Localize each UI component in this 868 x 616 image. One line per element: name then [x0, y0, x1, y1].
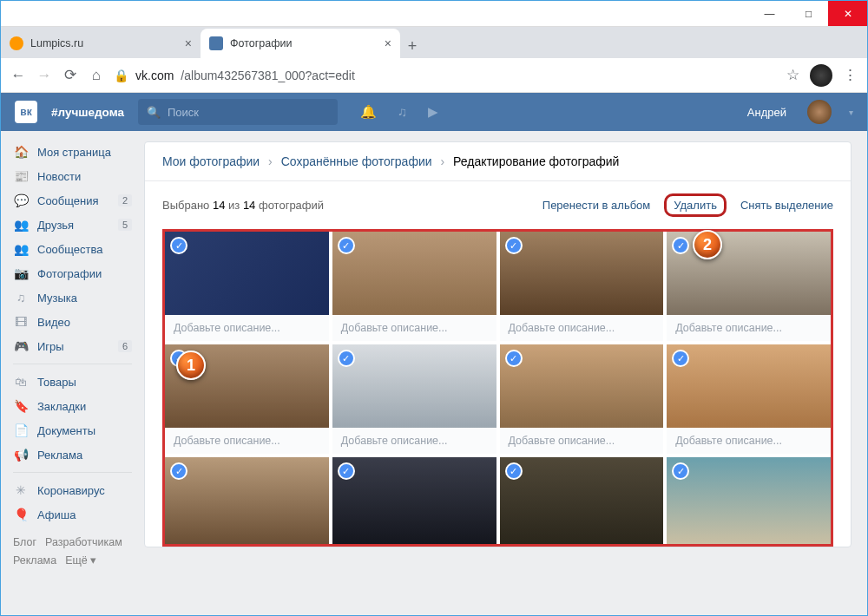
camera-icon: 📷: [13, 266, 29, 280]
sidebar-item-label: Моя страница: [37, 146, 111, 159]
breadcrumb: Мои фотографии › Сохранённые фотографии …: [145, 142, 851, 181]
photo-card[interactable]: ✓Добавьте описание...: [332, 232, 496, 341]
check-icon[interactable]: ✓: [505, 462, 523, 480]
sidebar-item-bookmarks[interactable]: 🔖Закладки: [6, 394, 139, 418]
vk-hashtag[interactable]: #лучшедома: [51, 106, 124, 119]
footer-link-more[interactable]: Ещё ▾: [65, 554, 96, 567]
description-input[interactable]: Добавьте описание...: [667, 428, 831, 454]
user-name[interactable]: Андрей: [747, 106, 786, 119]
check-icon[interactable]: ✓: [338, 237, 355, 254]
description-input[interactable]: Добавьте описание...: [667, 315, 831, 341]
sidebar-item-label: Афиша: [37, 508, 76, 521]
sidebar-item-games[interactable]: 🎮Игры6: [6, 334, 139, 358]
back-button[interactable]: ←: [10, 67, 27, 84]
main-content: Мои фотографии › Сохранённые фотографии …: [144, 131, 867, 615]
footer-link-blog[interactable]: Блог: [13, 536, 36, 548]
home-button[interactable]: ⌂: [88, 67, 105, 84]
check-icon[interactable]: ✓: [338, 350, 355, 367]
sidebar-item-friends[interactable]: 👥Друзья5: [6, 213, 139, 237]
description-input[interactable]: Добавьте описание...: [332, 315, 496, 341]
lock-icon: 🔒: [114, 69, 128, 82]
sidebar-item-label: Коронавирус: [37, 484, 105, 497]
description-input[interactable]: Добавьте описание...: [165, 428, 329, 454]
browser-tab[interactable]: Lumpics.ru ×: [1, 29, 201, 58]
bookmark-star-icon[interactable]: ☆: [784, 66, 801, 84]
sidebar-item-profile[interactable]: 🏠Моя страница: [6, 140, 139, 164]
check-icon[interactable]: ✓: [672, 237, 689, 254]
annotation-marker-2: 2: [693, 230, 722, 259]
photo-card[interactable]: ✓: [500, 457, 664, 544]
description-input[interactable]: Добавьте описание...: [165, 315, 329, 341]
sidebar-item-label: Видео: [37, 316, 70, 329]
window-minimize-button[interactable]: —: [750, 1, 789, 26]
description-input[interactable]: Добавьте описание...: [500, 428, 664, 454]
sidebar-item-video[interactable]: 🎞Видео: [6, 310, 139, 334]
photo-card[interactable]: ✓Добавьте описание...: [332, 344, 496, 454]
check-icon[interactable]: ✓: [338, 462, 355, 480]
selection-bar: Выбрано 14 из 14 фотографий Перенести в …: [145, 181, 851, 229]
check-icon[interactable]: ✓: [505, 237, 523, 254]
notifications-icon[interactable]: 🔔: [360, 104, 377, 120]
photo-card[interactable]: ✓Добавьте описание...: [500, 232, 664, 341]
check-icon[interactable]: ✓: [672, 350, 689, 367]
photo-card[interactable]: ✓: [667, 457, 831, 544]
sidebar-item-news[interactable]: 📰Новости: [6, 164, 139, 188]
tab-title: Фотографии: [230, 37, 292, 49]
window-maximize-button[interactable]: □: [789, 1, 828, 26]
tab-close-icon[interactable]: ×: [385, 36, 391, 50]
address-bar[interactable]: 🔒 vk.com/album432567381_000?act=edit: [114, 69, 775, 82]
footer-link-ads[interactable]: Реклама: [13, 554, 56, 567]
breadcrumb-link[interactable]: Мои фотографии: [162, 154, 260, 168]
window-close-button[interactable]: ✕: [828, 1, 867, 26]
sidebar-item-events[interactable]: 🎈Афиша: [6, 502, 139, 527]
photo-card[interactable]: ✓Добавьте описание...: [667, 232, 831, 341]
home-icon: 🏠: [13, 145, 29, 159]
sidebar-item-covid[interactable]: ✳Коронавирус: [6, 478, 139, 502]
check-icon[interactable]: ✓: [170, 462, 187, 480]
check-icon[interactable]: ✓: [170, 237, 187, 254]
footer-link-dev[interactable]: Разработчикам: [45, 536, 122, 548]
document-icon: 📄: [13, 423, 29, 437]
chevron-right-icon: ›: [268, 154, 273, 168]
sidebar-item-messages[interactable]: 💬Сообщения2: [6, 188, 139, 213]
sidebar-item-music[interactable]: ♫Музыка: [6, 285, 139, 310]
check-icon[interactable]: ✓: [505, 350, 523, 367]
music-icon[interactable]: ♫: [398, 104, 407, 120]
browser-tab-active[interactable]: Фотографии ×: [201, 29, 400, 58]
sidebar: 🏠Моя страница 📰Новости 💬Сообщения2 👥Друз…: [1, 131, 144, 615]
vk-logo[interactable]: вк: [15, 101, 37, 123]
description-input[interactable]: Добавьте описание...: [332, 428, 496, 454]
user-avatar[interactable]: [807, 100, 832, 124]
breadcrumb-link[interactable]: Сохранённые фотографии: [281, 154, 432, 168]
delete-link-highlighted[interactable]: Удалить: [664, 193, 727, 217]
sidebar-item-market[interactable]: 🛍Товары: [6, 370, 139, 394]
new-tab-button[interactable]: +: [400, 34, 424, 58]
photo-card[interactable]: ✓Добавьте описание...: [500, 344, 664, 454]
photo-card[interactable]: ✓Добавьте описание...: [165, 232, 329, 341]
forward-button[interactable]: →: [36, 67, 53, 84]
sidebar-item-photos[interactable]: 📷Фотографии: [6, 261, 139, 285]
reload-button[interactable]: ⟳: [62, 66, 79, 84]
sidebar-item-ads[interactable]: 📢Реклама: [6, 442, 139, 467]
chevron-down-icon[interactable]: ▾: [849, 108, 853, 117]
photo-card[interactable]: ✓: [165, 457, 329, 544]
move-to-album-link[interactable]: Перенести в альбом: [542, 199, 651, 212]
photo-card[interactable]: ✓: [332, 457, 496, 544]
url-path: /album432567381_000?act=edit: [181, 69, 354, 82]
browser-tabstrip: Lumpics.ru × Фотографии × +: [1, 27, 867, 58]
photo-grid-highlighted: ✓Добавьте описание... ✓Добавьте описание…: [162, 229, 833, 547]
description-input[interactable]: Добавьте описание...: [500, 315, 664, 341]
profile-avatar[interactable]: [810, 64, 832, 87]
badge: 5: [118, 219, 132, 231]
deselect-link[interactable]: Снять выделение: [740, 199, 833, 212]
sidebar-item-groups[interactable]: 👥Сообщества: [6, 237, 139, 261]
player-icon[interactable]: ▶: [428, 104, 438, 120]
photo-card[interactable]: ✓Добавьте описание...: [667, 344, 831, 454]
browser-menu-icon[interactable]: ⋮: [841, 66, 858, 84]
sidebar-item-label: Новости: [37, 170, 81, 183]
check-icon[interactable]: ✓: [672, 462, 689, 480]
search-input[interactable]: 🔍 Поиск: [138, 99, 338, 125]
sidebar-item-docs[interactable]: 📄Документы: [6, 418, 139, 442]
tab-close-icon[interactable]: ×: [185, 36, 192, 50]
sidebar-item-label: Друзья: [37, 219, 74, 232]
